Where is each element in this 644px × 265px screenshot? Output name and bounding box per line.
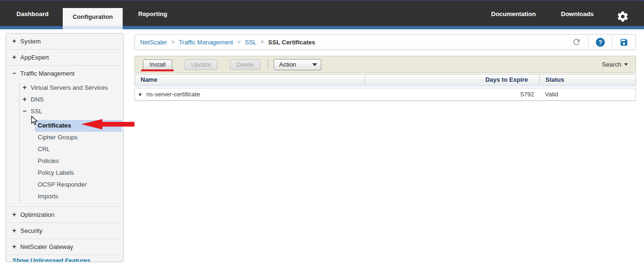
toolbar-divider — [268, 59, 268, 70]
link-downloads[interactable]: Downloads — [561, 1, 594, 27]
breadcrumb-link-netscaler[interactable]: NetScaler — [140, 39, 167, 46]
row-expander-icon[interactable] — [139, 93, 142, 96]
traffic-management-subtree: +Virtual Servers and Services +DNS −SSL … — [6, 82, 123, 207]
certificate-name-text: ns-server-certificate — [146, 91, 200, 98]
sidebar-item-netscaler-gateway[interactable]: +NetScaler Gateway — [6, 239, 123, 255]
chevron-down-icon — [312, 63, 317, 66]
sidebar-item-virtual-servers-and-services[interactable]: +Virtual Servers and Services — [6, 82, 123, 94]
sidebar-item-label: System — [20, 38, 41, 45]
sidebar-item-policies[interactable]: Policies — [35, 155, 122, 167]
sidebar-item-label: DNS — [31, 96, 43, 103]
sidebar-item-label: AppExpert — [20, 54, 49, 61]
link-documentation[interactable]: Documentation — [491, 1, 536, 27]
install-button[interactable]: Install — [143, 60, 172, 70]
sidebar-item-label: Traffic Management — [20, 70, 75, 77]
breadcrumb-separator: > — [237, 39, 241, 45]
actions-toolbar: Install Update Delete Action Search — [134, 56, 636, 73]
sidebar-item-optimization[interactable]: +Optimization — [6, 207, 123, 223]
ssl-subtree: Certificates Cipher Groups CRL Policies … — [6, 117, 123, 205]
active-tab-band — [63, 26, 123, 29]
action-dropdown-label: Action — [279, 61, 296, 68]
tab-reporting[interactable]: Reporting — [138, 1, 167, 27]
expand-plus-icon[interactable]: + — [23, 82, 31, 94]
red-arrow-head — [81, 119, 102, 129]
expand-plus-icon[interactable]: + — [12, 207, 20, 222]
tab-configuration-label: Configuration — [63, 8, 123, 26]
collapse-minus-icon[interactable]: − — [23, 105, 31, 117]
breadcrumb-link-traffic-management[interactable]: Traffic Management — [179, 39, 233, 46]
sidebar-item-cipher-groups[interactable]: Cipher Groups — [35, 132, 122, 144]
sidebar-navigation-tree: +System +AppExpert −Traffic Management +… — [6, 33, 124, 262]
sidebar-item-ocsp-responder[interactable]: OCSP Responder — [35, 179, 122, 191]
sidebar-item-system[interactable]: +System — [6, 34, 123, 50]
search-label: Search — [602, 61, 621, 68]
expand-plus-icon[interactable]: + — [12, 50, 20, 65]
settings-gear-icon[interactable] — [617, 10, 629, 23]
save-icon[interactable] — [612, 36, 636, 48]
mouse-cursor-icon — [31, 116, 38, 128]
sidebar-item-label: Security — [20, 227, 42, 234]
show-unlicensed-features-link[interactable]: Show Unlicensed Features — [6, 255, 123, 262]
action-dropdown[interactable]: Action — [274, 59, 321, 70]
tab-dashboard[interactable]: Dashboard — [17, 1, 49, 27]
expand-plus-icon[interactable]: + — [12, 239, 20, 255]
help-icon[interactable]: ? — [588, 36, 612, 48]
table-row[interactable]: ns-server-certificate 5792 Valid — [134, 88, 636, 101]
help-icon-glyph: ? — [596, 38, 605, 47]
cell-status: Valid — [539, 91, 636, 98]
expand-plus-icon[interactable]: + — [12, 34, 20, 49]
column-header-name[interactable]: Name — [135, 75, 365, 85]
annotation-red-underline — [141, 69, 174, 71]
delete-button[interactable]: Delete — [230, 60, 261, 70]
breadcrumb-separator: > — [171, 39, 175, 45]
annotation-red-arrow — [81, 119, 134, 129]
sidebar-item-policy-labels[interactable]: Policy Labels — [35, 167, 122, 179]
red-arrow-shaft — [102, 122, 134, 127]
cell-days-to-expire: 5792 — [365, 91, 539, 98]
cell-certificate-name: ns-server-certificate — [135, 91, 365, 98]
expand-plus-icon[interactable]: + — [23, 94, 31, 105]
sidebar-item-appexpert[interactable]: +AppExpert — [6, 50, 123, 66]
breadcrumb: NetScaler > Traffic Management > SSL > S… — [135, 39, 565, 46]
breadcrumb-separator: > — [261, 39, 264, 45]
sidebar-item-security[interactable]: +Security — [6, 223, 123, 239]
column-header-days-to-expire[interactable]: Days to Expire — [365, 75, 539, 85]
collapse-minus-icon[interactable]: − — [12, 66, 20, 81]
sidebar-item-dns[interactable]: +DNS — [6, 94, 123, 105]
table-header-row: Name Days to Expire Status — [134, 74, 636, 86]
sidebar-item-label: NetScaler Gateway — [20, 243, 73, 250]
breadcrumb-link-ssl[interactable]: SSL — [245, 39, 257, 46]
sidebar-item-label: Optimization — [20, 211, 54, 218]
sidebar-item-label: Virtual Servers and Services — [31, 84, 108, 91]
certificates-table: Name Days to Expire Status ns-server-cer… — [134, 74, 636, 101]
sidebar-item-crl[interactable]: CRL — [35, 144, 122, 155]
update-button[interactable]: Update — [184, 60, 217, 70]
tab-configuration-active[interactable]: Configuration — [63, 8, 123, 29]
sidebar-item-imports[interactable]: Imports — [35, 191, 122, 203]
sidebar-item-traffic-management[interactable]: −Traffic Management — [6, 66, 123, 82]
breadcrumb-current-page: SSL Certificates — [268, 39, 315, 46]
refresh-icon[interactable] — [565, 36, 588, 48]
search-toggle[interactable]: Search — [602, 61, 628, 68]
sidebar-item-label: SSL — [31, 108, 42, 115]
sidebar-item-ssl[interactable]: −SSL — [6, 105, 123, 117]
chevron-down-icon — [624, 63, 628, 66]
column-header-status[interactable]: Status — [539, 75, 636, 85]
breadcrumb-actions: ? — [565, 36, 636, 48]
breadcrumb-bar: NetScaler > Traffic Management > SSL > S… — [134, 34, 636, 50]
expand-plus-icon[interactable]: + — [12, 223, 20, 239]
